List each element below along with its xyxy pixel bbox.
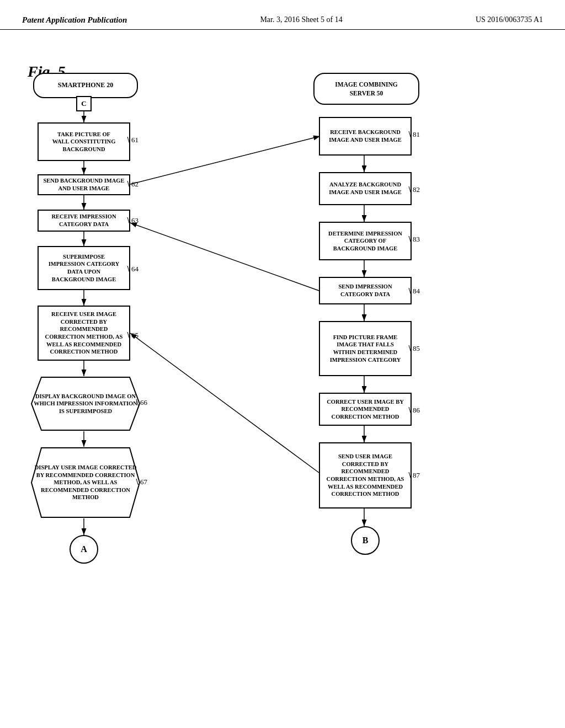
step-62-label: 62: [131, 180, 138, 189]
svg-line-17: [128, 136, 320, 185]
publication-label: Patent Application Publication: [22, 15, 127, 25]
terminal-a: A: [70, 535, 98, 564]
step-83-box: DETERMINE IMPRESSION CATEGORY OF BACKGRO…: [319, 222, 412, 260]
step-64-label: 64: [131, 265, 138, 274]
connector-c: C: [76, 96, 92, 111]
step-61-box: TAKE PICTURE OF WALL CONSTITUTING BACKGR…: [38, 122, 130, 161]
date-sheet-label: Mar. 3, 2016 Sheet 5 of 14: [260, 15, 342, 24]
step-87-label: 87: [413, 471, 420, 480]
step-85-box: FIND PICTURE FRAME IMAGE THAT FALLS WITH…: [319, 321, 412, 376]
step-87-box: SEND USER IMAGE CORRECTED BY RECOMMENDED…: [319, 442, 412, 508]
step-86-label: 86: [413, 406, 420, 415]
step-62-box: SEND BACKGROUND IMAGE AND USER IMAGE: [38, 174, 130, 195]
step-67-label: 67: [140, 478, 147, 486]
page-header: Patent Application Publication Mar. 3, 2…: [0, 0, 565, 30]
step-65-label: 65: [131, 331, 138, 340]
step-63-label: 63: [131, 216, 138, 225]
step-81-label: 81: [413, 130, 420, 139]
smartphone-title: SMARTPHONE 20: [33, 73, 138, 98]
svg-line-18: [130, 223, 319, 291]
step-64-box: SUPERIMPOSE IMPRESSION CATEGORY DATA UPO…: [38, 246, 130, 290]
patent-number-label: US 2016/0063735 A1: [476, 15, 543, 24]
step-84-label: 84: [413, 287, 420, 296]
svg-line-19: [130, 333, 319, 473]
step-81-box: RECEIVE BACKGROUND IMAGE AND USER IMAGE: [319, 117, 412, 156]
terminal-b: B: [351, 526, 380, 555]
step-82-box: ANALYZE BACKGROUND IMAGE AND USER IMAGE: [319, 172, 412, 205]
step-86-box: CORRECT USER IMAGE BY RECOMMENDED CORREC…: [319, 393, 412, 426]
step-65-box: RECEIVE USER IMAGE CORRECTED BY RECOMMEN…: [38, 306, 130, 361]
step-63-box: RECEIVE IMPRESSION CATEGORY DATA: [38, 210, 130, 232]
step-83-label: 83: [413, 235, 420, 244]
server-title: IMAGE COMBINING SERVER 50: [313, 73, 419, 105]
step-66-box: DISPLAY BACKGROUND IMAGE ON WHICH IMPRES…: [30, 376, 141, 431]
step-67-box: DISPLAY USER IMAGE CORRECTED BY RECOMMEN…: [30, 447, 141, 518]
diagram-area: Fig. 5: [0, 35, 565, 728]
step-82-label: 82: [413, 185, 420, 194]
step-85-label: 85: [413, 344, 420, 353]
step-61-label: 61: [131, 136, 138, 144]
step-84-box: SEND IMPRESSION CATEGORY DATA: [319, 277, 412, 304]
step-66-label: 66: [140, 398, 147, 407]
